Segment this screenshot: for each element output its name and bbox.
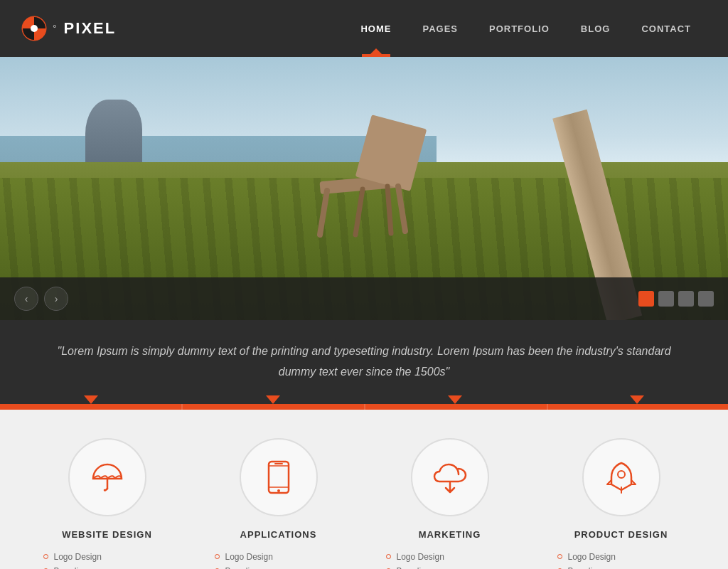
dot-1[interactable] xyxy=(638,291,654,307)
list-item: Brandings xyxy=(557,564,700,569)
service-icon-wrap-3 xyxy=(411,438,489,516)
service-title-2: APPLICATIONS xyxy=(240,529,317,540)
list-dot xyxy=(557,554,562,559)
nav-contact[interactable]: CONTACT xyxy=(626,0,707,57)
service-marketing: MARKETING Logo Design Brandings xyxy=(372,438,528,569)
slider-controls: ‹ › xyxy=(0,277,728,320)
svg-point-1 xyxy=(31,25,38,32)
next-button[interactable]: › xyxy=(44,287,68,311)
dot-3[interactable] xyxy=(678,291,694,307)
logo-text: PIXEL xyxy=(64,19,117,38)
svg-line-6 xyxy=(355,189,363,235)
service-list-2: Logo Design Brandings xyxy=(200,550,357,569)
list-item: Logo Design xyxy=(215,550,357,564)
nav-pages[interactable]: PAGES xyxy=(407,0,473,57)
service-icon-wrap-4 xyxy=(582,438,660,516)
chevron-3 xyxy=(364,395,546,404)
logo[interactable]: °PIXEL xyxy=(21,16,116,41)
service-icon-wrap-2 xyxy=(240,438,318,516)
main-nav: HOME PAGES PORTFOLIO BLOG CONTACT xyxy=(345,0,707,57)
service-title-3: MARKETING xyxy=(419,529,481,540)
quote-section: "Lorem Ipsum is simply dummy text of the… xyxy=(0,320,728,404)
services-divider-bar xyxy=(0,404,728,410)
slider-dots xyxy=(638,291,714,307)
chevron-4 xyxy=(546,395,728,404)
service-icon-wrap-1 xyxy=(68,438,146,516)
list-item: Logo Design xyxy=(557,550,700,564)
cloud-download-icon xyxy=(432,460,469,494)
chevron-down-icon-2 xyxy=(266,395,280,404)
svg-line-4 xyxy=(320,191,327,235)
svg-line-7 xyxy=(387,186,391,233)
service-list-3: Logo Design Brandings xyxy=(372,550,528,569)
rocket-icon xyxy=(606,460,637,494)
chevron-2 xyxy=(182,395,364,404)
chevron-down-icon-4 xyxy=(630,395,644,404)
list-item: Logo Design xyxy=(43,550,186,564)
hero-chair-svg xyxy=(306,107,434,249)
umbrella-icon xyxy=(90,460,124,494)
phone-icon xyxy=(264,460,293,494)
bar-chevrons xyxy=(0,395,728,404)
header: °PIXEL HOME PAGES PORTFOLIO BLOG CONTACT xyxy=(0,0,728,57)
slider-arrows: ‹ › xyxy=(14,287,68,311)
list-item: Logo Design xyxy=(386,550,528,564)
service-applications: APPLICATIONS Logo Design Brandings xyxy=(200,438,357,569)
quote-text: "Lorem Ipsum is simply dummy text of the… xyxy=(43,341,685,383)
list-item: Brandings xyxy=(386,564,528,569)
services-section: WEBSITE DESIGN Logo Design Brandings APP… xyxy=(0,410,728,569)
chevron-1 xyxy=(0,395,182,404)
chevron-down-icon-1 xyxy=(84,395,98,404)
dot-2[interactable] xyxy=(658,291,674,307)
service-product-design: PRODUCT DESIGN Logo Design Brandings xyxy=(543,438,700,569)
prev-button[interactable]: ‹ xyxy=(14,287,38,311)
list-dot xyxy=(43,554,48,559)
service-website-design: WEBSITE DESIGN Logo Design Brandings xyxy=(29,438,186,569)
svg-point-13 xyxy=(277,489,280,492)
service-list-1: Logo Design Brandings xyxy=(29,550,186,569)
chevron-down-icon-3 xyxy=(448,395,462,404)
svg-line-5 xyxy=(398,186,405,231)
svg-point-16 xyxy=(618,471,625,478)
dot-4[interactable] xyxy=(698,291,714,307)
nav-home[interactable]: HOME xyxy=(345,0,407,57)
logo-sup: ° xyxy=(53,23,58,34)
logo-icon xyxy=(21,16,47,41)
list-dot xyxy=(215,554,220,559)
svg-rect-14 xyxy=(274,463,283,464)
service-title-1: WEBSITE DESIGN xyxy=(62,529,152,540)
nav-blog[interactable]: BLOG xyxy=(565,0,626,57)
list-dot xyxy=(386,554,391,559)
service-title-4: PRODUCT DESIGN xyxy=(574,529,668,540)
list-item: Brandings xyxy=(43,564,186,569)
nav-portfolio[interactable]: PORTFOLIO xyxy=(473,0,565,57)
hero-slider: ‹ › xyxy=(0,57,728,320)
list-item: Brandings xyxy=(215,564,357,569)
service-list-4: Logo Design Brandings xyxy=(543,550,700,569)
